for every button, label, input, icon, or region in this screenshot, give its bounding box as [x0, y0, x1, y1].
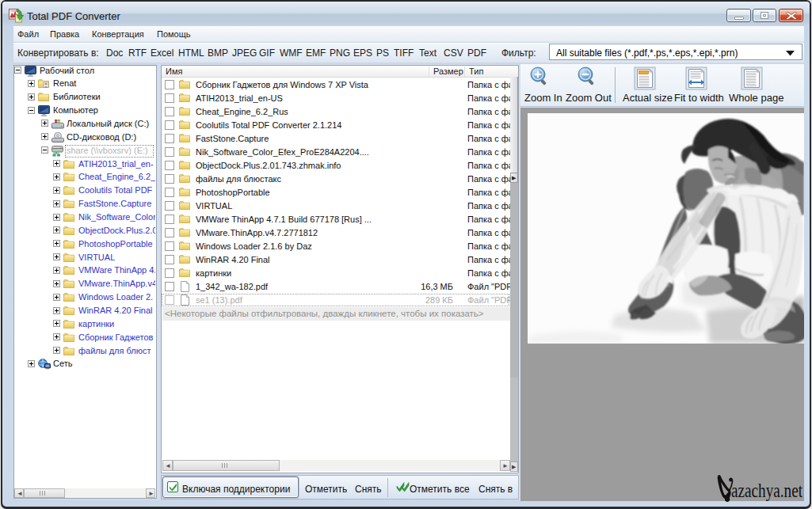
svg-text:azachya.net: azachya.net: [731, 479, 803, 502]
